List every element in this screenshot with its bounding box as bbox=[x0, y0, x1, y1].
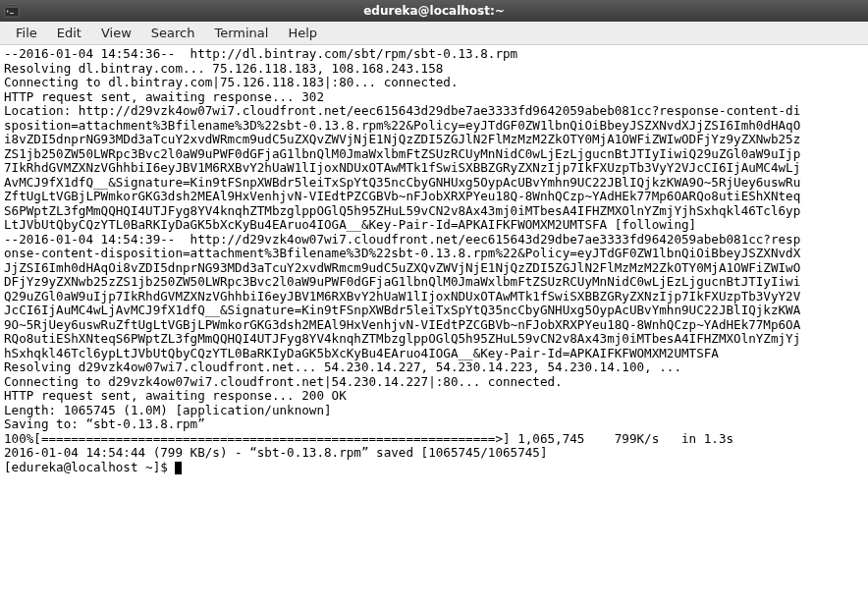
terminal-line: Resolving d29vzk4ow07wi7.cloudfront.net.… bbox=[4, 360, 864, 375]
terminal-line: DFjYz9yZXNwb25zZS1jb250ZW50LWRpc3Bvc2l0a… bbox=[4, 275, 864, 290]
menu-file[interactable]: File bbox=[6, 23, 47, 43]
menu-bar: File Edit View Search Terminal Help bbox=[0, 22, 868, 45]
terminal-output[interactable]: --2016-01-04 14:54:36-- http://dl.bintra… bbox=[0, 45, 868, 476]
terminal-line: Length: 1065745 (1.0M) [application/unkn… bbox=[4, 404, 864, 418]
terminal-line: 2016-01-04 14:54:44 (799 KB/s) - “sbt-0.… bbox=[4, 446, 864, 461]
menu-edit[interactable]: Edit bbox=[47, 23, 91, 43]
menu-help[interactable]: Help bbox=[278, 23, 327, 43]
terminal-line: [edureka@localhost ~]$ bbox=[4, 461, 864, 475]
menu-search[interactable]: Search bbox=[141, 23, 205, 43]
menu-view[interactable]: View bbox=[91, 23, 141, 43]
terminal-line: S6PWptZL3fgMmQQHQI4UTJFyg8YV4knqhZTMbzgl… bbox=[4, 204, 864, 219]
terminal-line: --2016-01-04 14:54:39-- http://d29vzk4ow… bbox=[4, 233, 864, 248]
terminal-line: 100%[===================================… bbox=[4, 432, 864, 447]
cursor bbox=[175, 462, 182, 474]
terminal-line: ZS1jb250ZW50LWRpc3Bvc2l0aW9uPWF0dGFjaG1l… bbox=[4, 147, 864, 162]
terminal-line: i8vZDI5dnprNG93MDd3aTcuY2xvdWRmcm9udC5uZ… bbox=[4, 133, 864, 147]
svg-rect-2 bbox=[10, 13, 14, 14]
terminal-line: RQo8utiEShXNteqS6PWptZL3fgMmQQHQI4UTJFyg… bbox=[4, 332, 864, 347]
terminal-line: 9O~5RjUey6uswRuZftUgLtVGBjLPWmkorGKG3dsh… bbox=[4, 318, 864, 333]
terminal-line: HTTP request sent, awaiting response... … bbox=[4, 389, 864, 404]
window-title: edureka@localhost:~ bbox=[363, 4, 505, 18]
terminal-line: sposition=attachment%3Bfilename%3D%22sbt… bbox=[4, 119, 864, 134]
menu-terminal[interactable]: Terminal bbox=[204, 23, 278, 43]
terminal-line: onse-content-disposition=attachment%3Bfi… bbox=[4, 247, 864, 261]
terminal-icon bbox=[4, 3, 20, 19]
title-bar: edureka@localhost:~ bbox=[0, 0, 868, 22]
terminal-line: AvMCJ9fX1dfQ__&Signature=Kin9tFSnpXWBdr5… bbox=[4, 176, 864, 191]
terminal-line: Connecting to dl.bintray.com|75.126.118.… bbox=[4, 76, 864, 90]
terminal-line: --2016-01-04 14:54:36-- http://dl.bintra… bbox=[4, 47, 864, 62]
terminal-line: ZftUgLtVGBjLPWmkorGKG3dsh2MEAl9HxVenhjvN… bbox=[4, 190, 864, 204]
terminal-line: Connecting to d29vzk4ow07wi7.cloudfront.… bbox=[4, 375, 864, 390]
terminal-line: Saving to: “sbt-0.13.8.rpm” bbox=[4, 417, 864, 432]
terminal-line: hSxhqkl46Tcl6ypLtJVbUtQbyCQzYTL0BaRKIyDa… bbox=[4, 347, 864, 361]
terminal-line: 7IkRhdGVMZXNzVGhhbiI6eyJBV1M6RXBvY2hUaW1… bbox=[4, 161, 864, 176]
terminal-line: JcCI6IjAuMC4wLjAvMCJ9fX1dfQ__&Signature=… bbox=[4, 304, 864, 318]
terminal-line: Location: http://d29vzk4ow07wi7.cloudfro… bbox=[4, 104, 864, 119]
terminal-line: Resolving dl.bintray.com... 75.126.118.1… bbox=[4, 62, 864, 77]
svg-rect-1 bbox=[6, 6, 18, 8]
terminal-line: JjZSI6Imh0dHAqOi8vZDI5dnprNG93MDd3aTcuY2… bbox=[4, 261, 864, 276]
terminal-line: HTTP request sent, awaiting response... … bbox=[4, 90, 864, 105]
terminal-line: LtJVbUtQbyCQzYTL0BaRKIyDaGK5bXcKyBu4EAru… bbox=[4, 218, 864, 233]
terminal-line: Q29uZGl0aW9uIjp7IkRhdGVMZXNzVGhhbiI6eyJB… bbox=[4, 290, 864, 304]
